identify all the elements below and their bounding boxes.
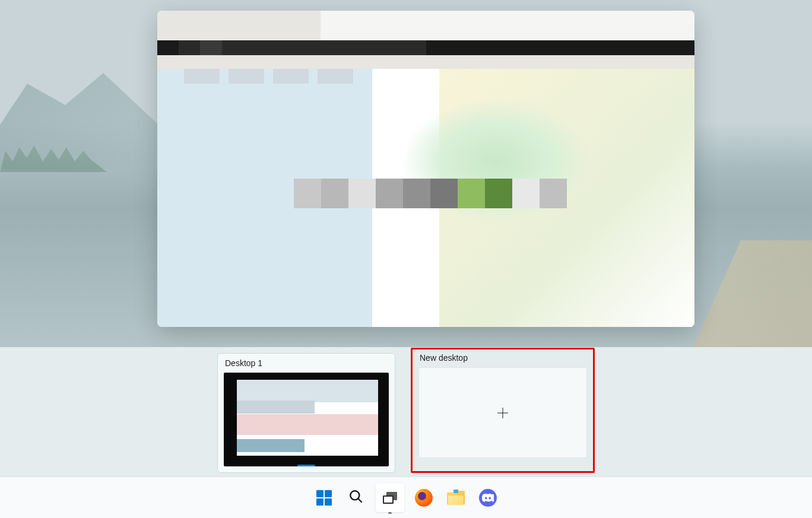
window-tab [157,11,321,40]
new-desktop-label: New desktop [418,353,587,363]
plus-icon [497,408,508,418]
window-preview[interactable] [157,11,694,327]
svg-line-1 [358,498,362,503]
wallpaper-grass [693,240,812,347]
discord-icon [479,489,497,507]
task-view-button[interactable] [376,484,404,512]
window-content [157,69,694,327]
content-bar [294,179,567,208]
firefox-button[interactable] [411,485,436,510]
new-desktop-button[interactable] [418,367,587,458]
content-ribbon [184,69,404,84]
window-titlebar [157,11,694,40]
search-icon [348,489,364,507]
thumbnail-content [237,380,378,456]
search-button[interactable] [344,485,369,510]
desktop-tile-1[interactable]: Desktop 1 [217,353,395,473]
desktop-thumbnail[interactable] [224,373,389,466]
folder-icon [447,491,465,505]
taskbar [0,476,812,518]
desktop-label: Desktop 1 [224,358,389,368]
discord-button[interactable] [475,485,500,510]
new-desktop-tile[interactable]: New desktop [411,348,595,473]
desktops-strip: Desktop 1 New desktop [0,347,812,476]
file-explorer-button[interactable] [443,485,468,510]
task-view-icon [383,492,397,504]
active-desktop-indicator [297,465,315,466]
svg-point-0 [350,491,359,500]
windows-start-icon [316,490,332,506]
window-toolbar [157,40,694,55]
window-subtoolbar [157,55,694,69]
firefox-icon [415,489,433,507]
start-button[interactable] [312,485,337,510]
wallpaper-mountain [0,62,160,169]
